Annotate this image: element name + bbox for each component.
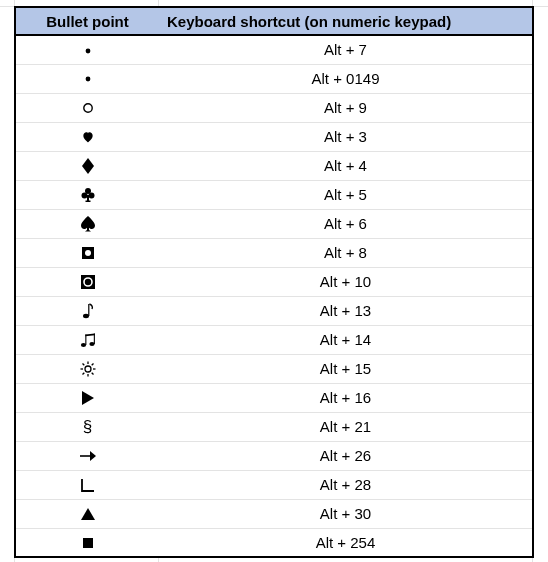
symbol-cell [15,296,159,325]
table-row: Alt + 7 [15,35,533,64]
shortcut-cell: Alt + 7 [159,35,533,64]
arrow-right-icon [80,447,96,464]
shortcut-cell: Alt + 6 [159,209,533,238]
symbol-cell [15,354,159,383]
shortcut-cell: Alt + 254 [159,528,533,557]
svg-marker-32 [81,508,95,520]
table-row: Alt + 6 [15,209,533,238]
symbol-cell [15,499,159,528]
symbol-cell [15,122,159,151]
symbol-cell [15,267,159,296]
table-row: Alt + 10 [15,267,533,296]
shortcut-cell: Alt + 21 [159,412,533,441]
shortcut-cell: Alt + 15 [159,354,533,383]
symbol-cell [15,93,159,122]
table-row: Alt + 28 [15,470,533,499]
triangle-up-icon [81,505,95,522]
spade-solid-icon [81,215,95,232]
table-row: Alt + 5 [15,180,533,209]
svg-marker-29 [82,391,94,405]
shortcut-cell: Alt + 28 [159,470,533,499]
table-row: Alt + 13 [15,296,533,325]
svg-rect-14 [88,304,89,316]
shortcut-cell: Alt + 13 [159,296,533,325]
table-row: Alt + 8 [15,238,533,267]
shortcut-cell: Alt + 0149 [159,64,533,93]
symbol-cell: § [15,412,159,441]
svg-rect-33 [83,538,93,548]
symbol-cell [15,383,159,412]
svg-rect-7 [87,195,89,201]
table-row: Alt + 30 [15,499,533,528]
table-row: Alt + 26 [15,441,533,470]
table-row: Alt + 3 [15,122,533,151]
symbol-cell [15,35,159,64]
shortcut-cell: Alt + 8 [159,238,533,267]
svg-rect-8 [85,201,90,203]
shortcut-cell: Alt + 30 [159,499,533,528]
table-row: Alt + 16 [15,383,533,412]
svg-line-26 [91,373,93,375]
header-bullet-point: Bullet point [15,7,159,35]
svg-marker-19 [85,334,95,337]
symbol-cell [15,64,159,93]
svg-point-0 [85,48,90,53]
section-sign-icon: § [83,418,92,435]
svg-line-27 [91,364,93,366]
svg-marker-31 [90,451,96,461]
svg-rect-11 [81,275,95,289]
triangle-right-icon [82,389,94,406]
svg-line-25 [82,364,84,366]
shortcut-cell: Alt + 14 [159,325,533,354]
table-row: Alt + 254 [15,528,533,557]
symbol-cell [15,441,159,470]
square-inverse-bullet-icon [82,244,94,261]
svg-marker-3 [82,158,94,174]
symbol-cell [15,325,159,354]
shortcut-table: Bullet point Keyboard shortcut (on numer… [14,6,534,558]
table-row: Alt + 15 [15,354,533,383]
header-keyboard-shortcut: Keyboard shortcut (on numeric keypad) [159,7,533,35]
table-row: §Alt + 21 [15,412,533,441]
bullet-small-icon [83,70,93,87]
table-row: Alt + 0149 [15,64,533,93]
symbol-cell [15,151,159,180]
shortcut-table-container: Bullet point Keyboard shortcut (on numer… [14,6,532,558]
svg-point-20 [85,366,91,372]
svg-point-5 [81,193,87,199]
shortcut-cell: Alt + 9 [159,93,533,122]
table-header-row: Bullet point Keyboard shortcut (on numer… [15,7,533,35]
table-row: Alt + 9 [15,93,533,122]
symbol-cell [15,209,159,238]
diamond-solid-icon [82,157,94,174]
symbol-cell [15,528,159,557]
symbol-cell [15,470,159,499]
svg-point-2 [83,104,91,112]
right-angle-icon [81,476,95,493]
table-row: Alt + 14 [15,325,533,354]
shortcut-cell: Alt + 3 [159,122,533,151]
svg-line-28 [82,373,84,375]
symbol-cell [15,180,159,209]
shortcut-cell: Alt + 5 [159,180,533,209]
shortcut-cell: Alt + 16 [159,383,533,412]
svg-point-10 [85,250,91,256]
svg-point-13 [83,314,89,318]
heart-solid-icon [81,128,95,145]
circle-outline-icon [82,99,94,116]
square-inverse-circle-icon [81,273,95,290]
bullet-small-icon [83,41,93,58]
svg-point-1 [85,77,90,82]
shortcut-cell: Alt + 26 [159,441,533,470]
symbol-cell [15,238,159,267]
club-solid-icon [81,186,95,203]
table-row: Alt + 4 [15,151,533,180]
beamed-notes-icon [80,331,96,348]
square-solid-small-icon [83,533,93,550]
eighth-note-icon [82,302,94,319]
svg-point-6 [88,193,94,199]
shortcut-cell: Alt + 4 [159,151,533,180]
shortcut-cell: Alt + 10 [159,267,533,296]
sun-outline-icon [80,360,96,377]
